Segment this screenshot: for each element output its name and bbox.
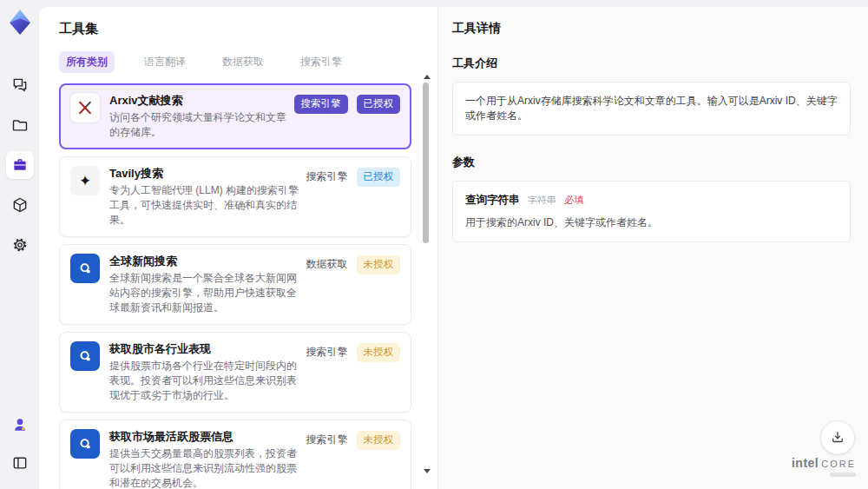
tool-description: 访问各个研究领域大量科学论文和文章的存储库。 <box>109 110 287 140</box>
tool-list-panel: 工具集 所有类别 语言翻译 数据获取 搜索引擎 Arxiv文献搜索 访问 <box>39 7 437 489</box>
tab-language-translation[interactable]: 语言翻译 <box>137 51 193 73</box>
arxiv-icon <box>70 93 100 122</box>
tool-title: 获取股市各行业表现 <box>109 341 299 357</box>
params-heading: 参数 <box>452 155 851 170</box>
tool-description: 提供当天交易量最高的股票列表，投资者可以利用这些信息来识别流动性强的股票和潜在的… <box>109 446 299 489</box>
category-label: 搜索引擎 <box>306 169 348 184</box>
tool-title: 获取市场最活跃股票信息 <box>109 429 299 445</box>
tab-all-categories[interactable]: 所有类别 <box>59 51 115 73</box>
category-badge: 搜索引擎 <box>294 95 348 114</box>
param-name: 查询字符串 <box>465 194 520 206</box>
download-button[interactable] <box>821 421 854 454</box>
category-tabs: 所有类别 语言翻译 数据获取 搜索引擎 <box>59 51 411 73</box>
toolbox-icon <box>11 156 29 174</box>
list-scrollbar[interactable] <box>423 75 429 473</box>
param-type: 字符串 <box>528 195 556 205</box>
tool-title: 全球新闻搜索 <box>109 254 299 269</box>
page-title: 工具集 <box>59 21 411 37</box>
detail-title: 工具详情 <box>452 21 851 36</box>
status-badge: 已授权 <box>357 168 401 187</box>
tool-card-tavily[interactable]: ✦ Tavily搜索 专为人工智能代理 (LLM) 构建的搜索引擎工具，可快速提… <box>59 156 411 237</box>
avatar-icon <box>11 416 29 433</box>
sparkle-icon: ✦ <box>70 166 100 195</box>
tool-detail-panel: 工具详情 工具介绍 一个用于从Arxiv存储库搜索科学论文和文章的工具。输入可以… <box>437 7 868 489</box>
tool-title: Tavily搜索 <box>109 166 299 182</box>
collapse-panel-button[interactable] <box>6 449 34 477</box>
tool-card-most-active-stocks[interactable]: 获取市场最活跃股票信息 提供当天交易量最高的股票列表，投资者可以利用这些信息来识… <box>59 420 411 489</box>
status-badge: 未授权 <box>357 255 401 274</box>
core-logo-text: CORE <box>821 459 856 469</box>
sidebar-item-models[interactable] <box>6 191 34 219</box>
cube-icon <box>11 196 29 214</box>
download-icon <box>830 430 845 446</box>
tool-title: Arxiv文献搜索 <box>109 93 287 109</box>
tab-search-engine[interactable]: 搜索引擎 <box>293 51 349 73</box>
tab-data-acquisition[interactable]: 数据获取 <box>215 51 271 73</box>
intro-text: 一个用于从Arxiv存储库搜索科学论文和文章的工具。输入可以是Arxiv ID、… <box>465 95 838 122</box>
blue-search-icon <box>70 429 100 459</box>
sidebar-item-chat[interactable] <box>6 71 34 99</box>
status-badge: 未授权 <box>357 431 401 450</box>
scroll-up-icon[interactable] <box>424 75 431 79</box>
panel-toggle-icon <box>11 454 29 472</box>
scroll-down-icon[interactable] <box>424 469 431 473</box>
blue-search-icon <box>70 341 100 371</box>
tool-card-global-news[interactable]: 全球新闻搜索 全球新闻搜索是一个聚合全球各大新闻网站内容的搜索引擎，帮助用户快速… <box>59 244 411 325</box>
intro-card: 一个用于从Arxiv存储库搜索科学论文和文章的工具。输入可以是Arxiv ID、… <box>452 82 851 135</box>
param-header: 查询字符串 字符串 必填 <box>465 193 838 208</box>
tool-card-sector-performance[interactable]: 获取股市各行业表现 提供股票市场各个行业在特定时间段内的表现。投资者可以利用这些… <box>59 332 411 413</box>
app-logo <box>7 9 33 36</box>
intel-core-logo: intel CORE <box>792 456 856 477</box>
user-avatar-button[interactable] <box>6 411 34 439</box>
chat-icon <box>11 76 29 94</box>
tool-description: 专为人工智能代理 (LLM) 构建的搜索引擎工具，可快速提供实时、准确和真实的结… <box>109 183 299 228</box>
intro-heading: 工具介绍 <box>452 56 851 71</box>
tool-description: 全球新闻搜索是一个聚合全球各大新闻网站内容的搜索引擎，帮助用户快速获取全球最新资… <box>109 271 299 315</box>
folder-icon <box>11 116 29 134</box>
intel-logo-text: intel <box>792 456 819 470</box>
category-label: 搜索引擎 <box>306 433 348 447</box>
param-card: 查询字符串 字符串 必填 用于搜索的Arxiv ID、关键字或作者姓名。 <box>452 181 851 242</box>
param-required-badge: 必填 <box>564 195 583 205</box>
tool-card-list: Arxiv文献搜索 访问各个研究领域大量科学论文和文章的存储库。 搜索引擎 已授… <box>59 83 411 489</box>
category-label: 搜索引擎 <box>306 345 348 360</box>
status-badge: 未授权 <box>357 343 401 362</box>
scrollbar-thumb[interactable] <box>423 83 429 243</box>
left-sidebar <box>0 0 39 489</box>
brand-decoration <box>830 472 856 477</box>
sidebar-item-tools[interactable] <box>6 151 34 179</box>
sidebar-item-settings[interactable] <box>6 231 34 259</box>
gear-icon <box>11 236 29 254</box>
blue-search-icon <box>70 254 100 283</box>
param-description: 用于搜索的Arxiv ID、关键字或作者姓名。 <box>465 215 838 230</box>
tool-description: 提供股票市场各个行业在特定时间段内的表现。投资者可以利用这些信息来识别表现优于或… <box>109 359 299 403</box>
tool-card-arxiv[interactable]: Arxiv文献搜索 访问各个研究领域大量科学论文和文章的存储库。 搜索引擎 已授… <box>59 83 411 149</box>
status-badge: 已授权 <box>357 95 401 114</box>
category-label: 数据获取 <box>306 257 348 272</box>
sidebar-item-files[interactable] <box>6 111 34 139</box>
